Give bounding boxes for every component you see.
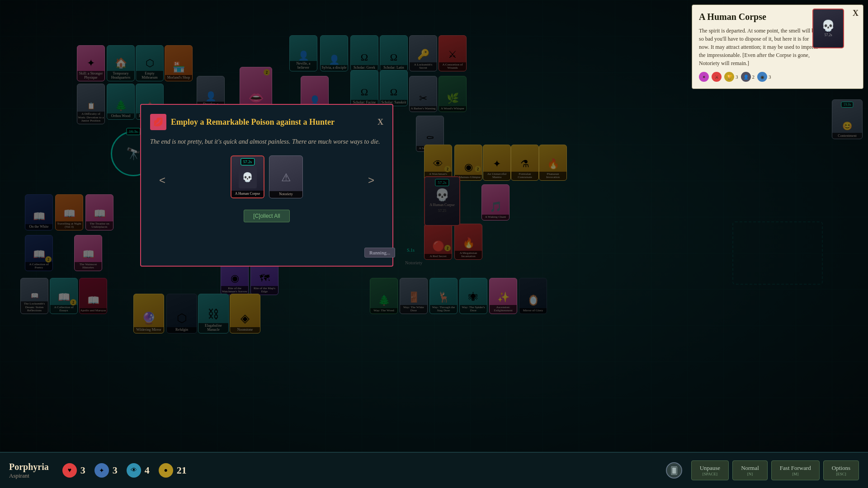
employ-modal: 💋 Employ a Remarkable Poison against a H… — [140, 104, 393, 267]
notoriety-label: Notoriety — [269, 191, 302, 198]
deck-symbol: 🂠 — [670, 466, 678, 475]
stat-val-gray: 2 — [752, 74, 755, 80]
passion-stat: ✦ 3 — [94, 463, 118, 478]
modal-close-button[interactable]: X — [377, 117, 383, 127]
health-pip: ♥ — [62, 463, 77, 478]
stat-icon-blue: ◉ — [757, 72, 767, 82]
unpause-button[interactable]: Unpause [SPACE] — [691, 460, 729, 480]
normal-button[interactable]: Normal [N] — [732, 460, 768, 480]
player-info: Porphyria Aspirant — [9, 462, 49, 479]
modal-nav: < 57.2s 💀 A Human Corpse ⚠ Notoriety — [150, 155, 383, 205]
notoriety-icon: ⚠ — [269, 164, 302, 191]
normal-label: Normal — [741, 465, 759, 471]
deck-icon[interactable]: 🂠 — [666, 462, 682, 479]
notoriety-card[interactable]: ⚠ Notoriety — [269, 155, 303, 198]
funds-pip: ● — [159, 463, 173, 478]
passion-pip: ✦ — [94, 463, 109, 478]
health-value: 3 — [80, 465, 85, 476]
unpause-sub: [SPACE] — [700, 472, 721, 476]
collect-btn-container: [C]ollect All — [150, 210, 383, 222]
modal-nav-right[interactable]: > — [368, 174, 374, 187]
passion-value: 3 — [113, 465, 118, 476]
info-card-image: 💀 57.2s — [812, 9, 844, 48]
bottom-bar: Porphyria Aspirant ♥ 3 ✦ 3 👁 4 ● 21 🂠 Un… — [0, 452, 868, 488]
info-panel: X 💀 57.2s A Human Corpse The spirit is d… — [692, 5, 863, 89]
modal-body: The end is not pretty, but it's quick an… — [150, 137, 383, 146]
funds-value: 21 — [177, 465, 187, 476]
modal-nav-left[interactable]: < — [159, 174, 165, 187]
modal-icon: 💋 — [150, 114, 166, 130]
info-stat-blue: ◉ 3 — [757, 72, 771, 82]
info-stat-purple: ✦ — [699, 72, 709, 82]
player-name: Porphyria — [9, 462, 49, 472]
info-stat-gray: 👤 2 — [741, 72, 755, 82]
info-card-icon: 💀 — [821, 19, 835, 32]
reason-value: 4 — [145, 465, 150, 476]
fast-forward-button[interactable]: Fast Forward [M] — [771, 460, 820, 480]
normal-sub: [N] — [741, 472, 759, 476]
player-title: Aspirant — [9, 472, 49, 479]
stat-val-blue: 3 — [769, 74, 771, 80]
info-stat-red: ⚔ — [712, 72, 722, 82]
info-close-button[interactable]: X — [853, 9, 859, 18]
funds-stat: ● 21 — [159, 463, 187, 478]
info-stats: ✦ ⚔ 🏆 3 👤 2 ◉ 3 — [699, 72, 856, 82]
unpause-label: Unpause — [700, 465, 721, 471]
info-card-timer-small: 57.2s — [823, 32, 833, 38]
info-stat-gold: 🏆 3 — [724, 72, 738, 82]
stat-val-gold: 3 — [736, 74, 738, 80]
corpse-icon: 💀 — [231, 164, 264, 191]
modal-header: 💋 Employ a Remarkable Poison against a H… — [150, 114, 383, 130]
running-badge: Running... — [364, 248, 395, 258]
modal-cards: 57.2s 💀 A Human Corpse ⚠ Notoriety — [231, 155, 303, 198]
collect-all-button[interactable]: [C]ollect All — [244, 210, 289, 222]
corpse-timer: 57.2s — [241, 158, 255, 165]
stat-icon-gold: 🏆 — [724, 72, 734, 82]
stat-icon-purple: ✦ — [699, 72, 709, 82]
reason-stat: 👁 4 — [127, 463, 150, 478]
options-sub: [ESC] — [832, 472, 850, 476]
options-label: Options — [832, 465, 850, 471]
modal-icon-symbol: 💋 — [153, 117, 163, 127]
corpse-card[interactable]: 57.2s 💀 A Human Corpse — [231, 155, 264, 198]
game-board: 💋 Employ a Remarkable Poison against a H… — [0, 0, 868, 452]
health-stat: ♥ 3 — [62, 463, 85, 478]
fast-forward-label: Fast Forward — [780, 465, 811, 471]
reason-pip: 👁 — [127, 463, 141, 478]
stat-icon-red: ⚔ — [712, 72, 722, 82]
options-button[interactable]: Options [ESC] — [823, 460, 859, 480]
modal-title: Employ a Remarkable Poison against a Hun… — [171, 117, 373, 127]
stat-icon-gray: 👤 — [741, 72, 751, 82]
corpse-label: A Human Corpse — [231, 191, 264, 197]
fast-forward-sub: [M] — [780, 472, 811, 476]
